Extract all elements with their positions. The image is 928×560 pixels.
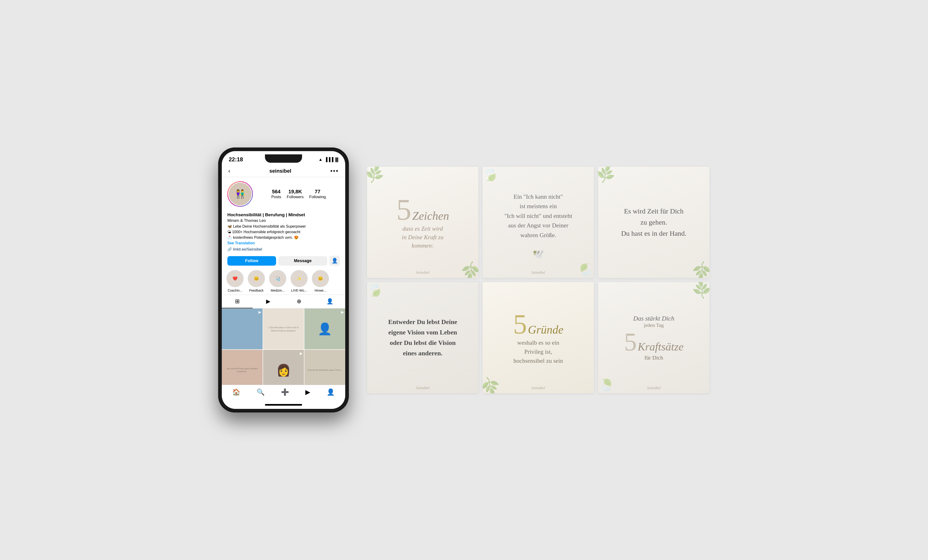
post6-title: Kraftsätze [638, 340, 684, 353]
post-card-1[interactable]: 🌿 🌿 5 Zeichen dass es Zeit wird in Deine… [367, 167, 478, 278]
tab-tagged[interactable]: ⊕ [284, 295, 314, 308]
post2-q3: "Ich will nicht" und entsteht [504, 213, 572, 219]
follow-button[interactable]: Follow [227, 256, 276, 266]
highlight-circle-1: ❤️ [226, 270, 244, 287]
post5-number-title: 5 Gründe [513, 310, 563, 338]
nav-home-icon[interactable]: 🏠 [232, 388, 240, 396]
ig-bio: Hochsensibilität | Berufung | Mindset Mi… [222, 212, 345, 254]
grid-cell-1[interactable]: ▶ [222, 309, 263, 349]
bio-line2: 🌤 1000+ Hochsensible erfolgreich gecoach… [227, 229, 340, 235]
more-options-button[interactable]: ••• [330, 167, 339, 175]
leaf-decoration-bl-5: 🌿 [482, 376, 501, 393]
see-translation[interactable]: See Translation [227, 240, 340, 246]
post5-number: 5 [513, 310, 527, 338]
post3-quote: Es wird Zeit für Dich zu gehen. Du hast … [614, 199, 693, 246]
grid-cell-5[interactable]: 👩 ▶ [263, 350, 304, 391]
post1-number: 5 [396, 195, 411, 225]
post4-q1: Entweder Du lebst Deine [388, 318, 457, 326]
post2-q1: Ein "Ich kann nicht" [514, 193, 563, 200]
post4-q2: eigene Vision vom Leben [388, 329, 457, 336]
posts-count: 564 [271, 189, 281, 195]
leaf-decoration-tl-2: 🍃 [482, 167, 501, 184]
following-label: Following [309, 195, 326, 199]
post-card-3[interactable]: 🌿 🌿 Es wird Zeit für Dich zu gehen. Du h… [598, 167, 710, 278]
ig-header: ‹ seinsibel ••• [222, 165, 345, 177]
nav-search-icon[interactable]: 🔍 [256, 388, 265, 396]
leaf-decoration-bl-6: 🍃 [598, 376, 617, 393]
post2-brand: Seinsibel [531, 271, 545, 275]
highlight-medizin[interactable]: 🩺 Medizin... [269, 270, 286, 292]
post2-q2: ist meistens ein [520, 203, 557, 210]
post2-quote: Ein "Ich kann nicht" ist meistens ein "I… [498, 185, 579, 247]
avatar: 👫 [228, 182, 252, 206]
post1-brand: Seinsibel [416, 271, 429, 275]
post4-q3: oder Du lebst die Vision [390, 339, 456, 346]
bio-line3: 📩 kostenfreies Potentialgespräch uvm. 😍 [227, 235, 340, 240]
ig-profile-section: 👫 564 Posts 19,8K Followers [222, 177, 345, 212]
nav-profile-icon[interactable]: 👤 [327, 388, 335, 396]
ig-photo-grid: ▶ 5 Zeichen dass es Zeit wird in Deine K… [222, 309, 345, 391]
post1-subtitle: dass es Zeit wird in Deine Kraft zu komm… [402, 225, 444, 250]
tab-grid[interactable]: ⊞ [222, 295, 253, 308]
post6-footer: für Dich [644, 355, 663, 361]
highlight-hint[interactable]: 😊 Hinwe... [312, 270, 329, 292]
post3-q3: Du hast es in der Hand. [621, 230, 687, 237]
highlight-circle-3: 🩺 [269, 270, 286, 287]
grid-cell-4[interactable]: Nur wenn Du Deine eigene Wahrheit ausspr… [222, 350, 263, 391]
profile-bio-title: Hochsensibilität | Berufung | Mindset [227, 212, 340, 218]
posts-label: Posts [271, 195, 281, 199]
phone-frame: 22:18 ▲ ▐▐▐ ▓ ‹ seinsibel ••• [218, 148, 348, 412]
leaf-decoration-tl-3: 🌿 [598, 167, 617, 184]
tab-contact[interactable]: 👤 [314, 295, 345, 308]
ig-action-buttons: Follow Message 👤 [222, 254, 345, 268]
post6-number-title: 5 Kraftsätze [624, 329, 684, 355]
highlight-live[interactable]: ✨ LIVE-Wo... [290, 270, 308, 292]
post-card-2[interactable]: 🍃 🍃 Ein "Ich kann nicht" ist meistens ei… [482, 167, 594, 278]
post5-title: Gründe [528, 323, 563, 336]
nav-reels-icon[interactable]: ▶ [305, 388, 310, 396]
add-person-button[interactable]: 👤 [330, 256, 340, 266]
figure-icon: 🕊️ [533, 249, 544, 260]
followers-label: Followers [287, 195, 304, 199]
posts-grid: 🌿 🌿 5 Zeichen dass es Zeit wird in Deine… [367, 167, 710, 393]
tab-reels[interactable]: ▶ [253, 295, 284, 308]
highlight-label-5: Hinwe... [314, 289, 327, 292]
grid-cell-3[interactable]: 👤 ▶ [304, 309, 345, 349]
grid-cell-6[interactable]: Entweder Du lebst Deine eigene Vision... [304, 350, 345, 391]
following-count: 77 [309, 189, 326, 195]
post5-brand: Seinsibel [531, 386, 545, 390]
highlight-circle-2: 😊 [248, 270, 265, 287]
post6-header: Das stärkt Dich [633, 315, 674, 322]
post6-number: 5 [624, 329, 637, 355]
username-header: seinsibel [269, 168, 291, 174]
post1-title: Zeichen [412, 209, 449, 222]
battery-icon: ▓ [335, 157, 338, 162]
post5-sub3: hochsensibel zu sein [513, 358, 563, 364]
ig-grid-tabs: ⊞ ▶ ⊕ 👤 [222, 295, 345, 309]
signal-icon: ▐▐▐ [325, 157, 333, 162]
profile-link[interactable]: 🔗 linktr.ee/Seinsibel [227, 247, 340, 251]
back-button[interactable]: ‹ [228, 167, 230, 175]
phone-notch [265, 154, 302, 163]
link-url: linktr.ee/Seinsibel [233, 247, 262, 251]
post-card-6[interactable]: 🌿 🍃 Das stärkt Dich jeden Tag 5 Kraftsät… [598, 282, 710, 393]
profile-names: Miriam & Thomas Leo [227, 218, 340, 223]
nav-create-icon[interactable]: ➕ [281, 388, 289, 396]
post1-sub2: in Deine Kraft zu [402, 234, 444, 240]
highlight-coaching[interactable]: ❤️ Coachin... [226, 270, 244, 292]
link-icon: 🔗 [227, 247, 232, 251]
message-button[interactable]: Message [278, 256, 327, 266]
leaf-decoration-br-1: 🌿 [459, 259, 478, 278]
highlight-circle-5: 😊 [312, 270, 329, 287]
post-card-5[interactable]: 🌿 5 Gründe weshalb es so ein Privileg is… [482, 282, 594, 393]
post-card-4[interactable]: 🍃 Entweder Du lebst Deine eigene Vision … [367, 282, 478, 393]
post5-sub1: weshalb es so ein [517, 339, 559, 346]
post2-q5: wahren Größe. [520, 232, 556, 239]
post1-sub3: kommen: [412, 242, 433, 249]
highlight-label-4: LIVE-Wo... [291, 289, 307, 292]
grid-cell-2[interactable]: 5 Zeichen dass es Zeit wird in Deine Kra… [263, 309, 304, 349]
post2-figure: 🕊️ [533, 249, 544, 260]
post3-q2: zu gehen. [641, 218, 667, 226]
highlight-feedback[interactable]: 😊 Feedback [248, 270, 265, 292]
ig-bottom-nav: 🏠 🔍 ➕ ▶ 👤 [222, 385, 345, 397]
